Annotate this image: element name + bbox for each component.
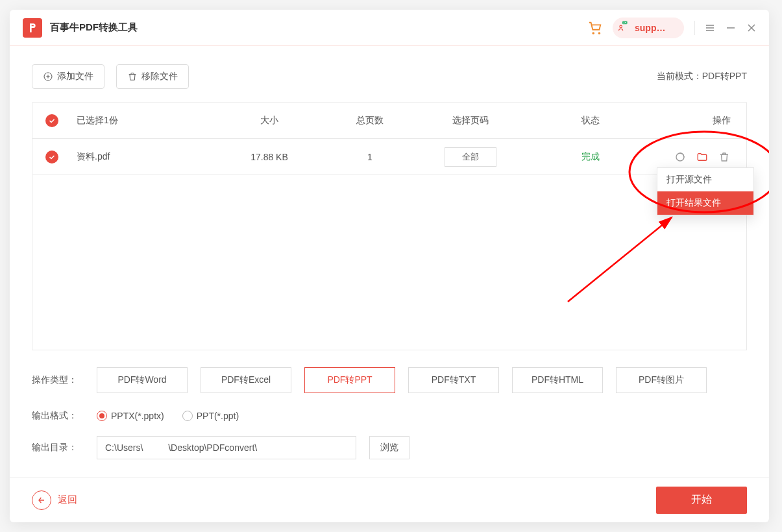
delete-row-icon[interactable] bbox=[718, 151, 731, 163]
radio-dot-icon bbox=[182, 411, 193, 421]
trash-icon bbox=[127, 71, 138, 82]
app-window: 百事牛PDF转换工具 supp… 添加文件 移 bbox=[10, 10, 769, 522]
row-actions: 打开源文件 打开结果文件 bbox=[655, 151, 746, 163]
format-label: PPTX(*.pptx) bbox=[111, 411, 164, 421]
row-status: 完成 bbox=[526, 151, 655, 163]
op-type-4[interactable]: PDF转HTML bbox=[512, 367, 603, 393]
app-title: 百事牛PDF转换工具 bbox=[50, 21, 138, 34]
titlebar-divider bbox=[694, 21, 695, 35]
start-button[interactable]: 开始 bbox=[656, 487, 747, 514]
row-check[interactable] bbox=[32, 151, 71, 163]
app-logo-icon bbox=[23, 18, 42, 38]
output-dir-input[interactable] bbox=[97, 436, 356, 459]
row-size: 17.88 KB bbox=[214, 152, 324, 162]
header-check[interactable] bbox=[32, 114, 71, 127]
header-actions: 操作 bbox=[655, 115, 746, 127]
check-icon[interactable] bbox=[45, 151, 58, 163]
header-size: 大小 bbox=[214, 115, 324, 127]
add-file-button[interactable]: 添加文件 bbox=[32, 64, 104, 89]
operation-type-label: 操作类型： bbox=[32, 374, 84, 386]
header-selected: 已选择1份 bbox=[71, 115, 214, 127]
close-icon[interactable] bbox=[747, 23, 756, 32]
back-button[interactable]: 返回 bbox=[32, 490, 77, 510]
cart-icon[interactable] bbox=[587, 19, 604, 36]
table-header: 已选择1份 大小 总页数 选择页码 状态 操作 bbox=[32, 103, 746, 139]
output-dir-label: 输出目录： bbox=[32, 442, 84, 453]
row-filename: 资料.pdf bbox=[71, 151, 214, 163]
back-label: 返回 bbox=[58, 494, 77, 506]
footer: 返回 开始 bbox=[10, 477, 769, 522]
page-range-button[interactable]: 全部 bbox=[445, 147, 496, 167]
header-pages: 总页数 bbox=[324, 115, 415, 127]
header-range: 选择页码 bbox=[415, 115, 526, 127]
op-type-3[interactable]: PDF转TXT bbox=[408, 367, 499, 393]
menu-open-source[interactable]: 打开源文件 bbox=[657, 168, 753, 191]
user-name: supp… bbox=[635, 23, 665, 33]
output-format-row: 输出格式： PPTX(*.pptx)PPT(*.ppt) bbox=[32, 410, 747, 422]
row-pages: 1 bbox=[324, 152, 415, 162]
remove-file-button[interactable]: 移除文件 bbox=[116, 64, 189, 89]
plus-circle-icon bbox=[43, 71, 53, 82]
svg-point-0 bbox=[593, 32, 594, 34]
output-dir-row: 输出目录： 浏览 bbox=[32, 436, 747, 459]
user-account-button[interactable]: supp… bbox=[613, 18, 684, 38]
op-type-1[interactable]: PDF转Excel bbox=[201, 367, 291, 393]
table-empty-area bbox=[32, 175, 747, 350]
row-action-menu: 打开源文件 打开结果文件 bbox=[657, 167, 754, 215]
remove-file-label: 移除文件 bbox=[141, 71, 178, 82]
back-arrow-icon bbox=[32, 490, 51, 510]
op-type-5[interactable]: PDF转图片 bbox=[616, 367, 707, 393]
user-avatar-icon bbox=[618, 21, 631, 34]
output-format-label: 输出格式： bbox=[32, 410, 84, 422]
operation-type-row: 操作类型： PDF转WordPDF转ExcelPDF转PPTPDF转TXTPDF… bbox=[32, 367, 747, 393]
svg-point-2 bbox=[620, 25, 622, 28]
svg-point-1 bbox=[599, 32, 600, 34]
radio-dot-icon bbox=[97, 411, 107, 421]
current-mode: 当前模式：PDF转PPT bbox=[657, 71, 747, 82]
minimize-icon[interactable] bbox=[726, 23, 735, 32]
add-file-label: 添加文件 bbox=[57, 71, 93, 82]
open-folder-icon[interactable] bbox=[696, 151, 709, 163]
file-table: 已选择1份 大小 总页数 选择页码 状态 操作 资料.pdf 17.88 KB … bbox=[32, 102, 747, 175]
file-toolbar: 添加文件 移除文件 当前模式：PDF转PPT bbox=[32, 64, 747, 89]
check-all-icon[interactable] bbox=[45, 114, 58, 127]
format-radio-1[interactable]: PPT(*.ppt) bbox=[182, 411, 239, 421]
title-bar: 百事牛PDF转换工具 supp… bbox=[10, 10, 769, 46]
spinner-icon[interactable] bbox=[674, 151, 687, 163]
format-radio-0[interactable]: PPTX(*.pptx) bbox=[97, 411, 164, 421]
browse-button[interactable]: 浏览 bbox=[369, 436, 409, 459]
menu-icon[interactable] bbox=[705, 23, 715, 32]
op-type-2[interactable]: PDF转PPT bbox=[304, 367, 395, 393]
op-type-0[interactable]: PDF转Word bbox=[97, 367, 188, 393]
content-area: 添加文件 移除文件 当前模式：PDF转PPT 已选择1份 大小 总页数 选择页码… bbox=[10, 46, 769, 477]
menu-open-result[interactable]: 打开结果文件 bbox=[657, 191, 753, 215]
table-row: 资料.pdf 17.88 KB 1 全部 完成 打开源文件 打开结果文件 bbox=[32, 139, 746, 175]
header-status: 状态 bbox=[526, 115, 655, 127]
format-label: PPT(*.ppt) bbox=[197, 411, 239, 421]
